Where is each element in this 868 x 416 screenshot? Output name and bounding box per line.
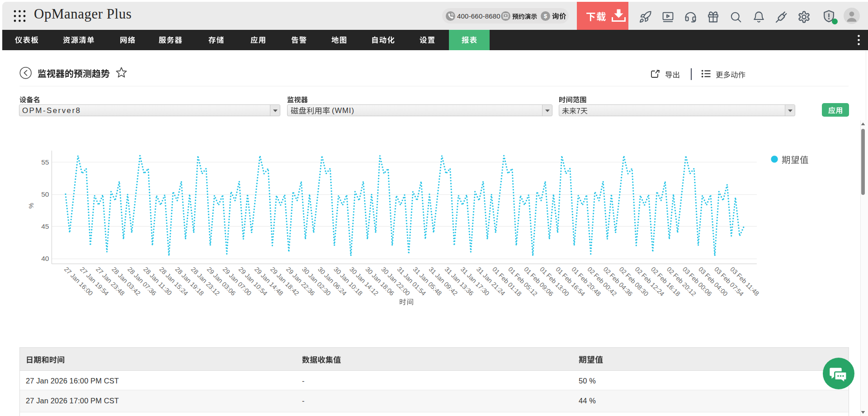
svg-text:40: 40 xyxy=(41,255,49,262)
svg-text:%: % xyxy=(28,203,35,208)
svg-text:55: 55 xyxy=(41,158,49,166)
svg-text:45: 45 xyxy=(41,222,49,230)
svg-text:50: 50 xyxy=(41,190,49,198)
svg-text:$: $ xyxy=(544,13,547,19)
